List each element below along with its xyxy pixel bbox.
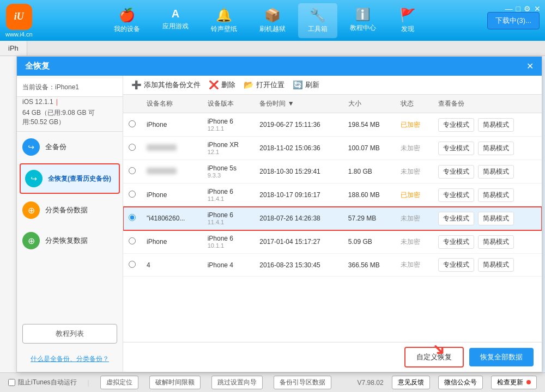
- add-backup-button[interactable]: ➕ 添加其他备份文件: [131, 80, 201, 90]
- col-status-header: 状态: [395, 95, 433, 113]
- nav-item-discover[interactable]: 🚩 发现: [389, 3, 427, 38]
- easy-mode-btn-4[interactable]: 简易模式: [478, 188, 514, 202]
- pro-mode-btn-4[interactable]: 专业模式: [438, 188, 474, 202]
- col-size-7: 366.56 MB: [343, 254, 395, 277]
- row-radio-4[interactable]: [129, 191, 136, 198]
- open-location-button[interactable]: 📂 打开位置: [244, 80, 284, 90]
- pro-mode-btn-1[interactable]: 专业模式: [438, 118, 474, 132]
- table-row[interactable]: iPhone iPhone 6 11.4.1 2018-10-17 09:16:…: [123, 183, 542, 207]
- row-radio-2[interactable]: [129, 144, 136, 151]
- sidebar-label-full-restore: 全恢复(查看历史备份): [48, 174, 111, 183]
- model-version-5: 11.4.1: [208, 219, 249, 225]
- plus-icon: ➕: [131, 80, 142, 90]
- dialog-close-button[interactable]: ✕: [526, 61, 534, 71]
- nav-item-tutorials[interactable]: ℹ️ 教程中心: [340, 3, 386, 38]
- row-radio-5[interactable]: [129, 214, 136, 221]
- help-link[interactable]: 什么是全备份、分类备份？: [17, 354, 123, 369]
- backup-guide-button[interactable]: 备份引导区数据: [274, 376, 331, 389]
- col-radio-1[interactable]: [123, 113, 141, 137]
- sidebar-item-category-backup[interactable]: ⊕ 分类备份数据: [17, 195, 123, 225]
- update-button[interactable]: 检查更新: [491, 376, 537, 389]
- col-size-1: 198.54 MB: [343, 113, 395, 137]
- table-row[interactable]: "i41806260... iPhone 6 11.4.1 2018-07-26…: [123, 207, 542, 230]
- feedback-button[interactable]: 意见反馈: [392, 376, 430, 389]
- nav-item-jailbreak[interactable]: 📦 刷机越狱: [250, 3, 295, 38]
- info-icon: ℹ️: [355, 8, 370, 22]
- model-name-5: iPhone 6: [208, 211, 249, 219]
- pro-mode-btn-3[interactable]: 专业模式: [438, 165, 474, 179]
- pro-mode-btn-2[interactable]: 专业模式: [438, 142, 474, 155]
- sidebar-item-full-restore[interactable]: ↩ 全恢复(查看历史备份): [21, 164, 119, 193]
- model-name-6: iPhone 6: [208, 235, 249, 242]
- close-icon[interactable]: ✕: [534, 4, 541, 13]
- col-radio-4[interactable]: [123, 183, 141, 207]
- device-info-bar: 当前设备：iPhone1: [17, 78, 123, 97]
- dialog-header: 全恢复 ✕: [17, 57, 542, 76]
- col-backup-time-header[interactable]: 备份时间 ▼: [254, 95, 342, 113]
- version-label: V7.98.02: [358, 379, 384, 387]
- maximize-icon[interactable]: □: [516, 4, 520, 13]
- col-backup-time-7: 2016-08-23 15:30:45: [254, 254, 342, 277]
- row-radio-7[interactable]: [129, 261, 136, 268]
- itunes-label: 阻止iTunes自动运行: [18, 378, 77, 387]
- col-radio-6[interactable]: [123, 230, 141, 254]
- dialog-title: 全恢复: [25, 61, 50, 71]
- wechat-button[interactable]: 微信公众号: [438, 376, 483, 389]
- restore-all-button[interactable]: 恢复全部数据: [469, 348, 534, 366]
- itunes-checkbox-area[interactable]: 阻止iTunes自动运行: [8, 378, 77, 387]
- nav-bar: 🍎 我的设备 A 应用游戏 🔔 铃声壁纸 📦 刷机越狱 🔧 工具箱 ℹ️ 教: [44, 3, 488, 38]
- backup-table-area: 设备名称 设备版本 备份时间 ▼ 大小 状态 查看备份 iPhone: [123, 95, 542, 342]
- itunes-checkbox[interactable]: [8, 379, 15, 386]
- nav-item-app-games[interactable]: A 应用游戏: [153, 3, 198, 38]
- col-device-name-5: "i41806260...: [141, 207, 202, 230]
- pro-mode-btn-5[interactable]: 专业模式: [438, 212, 474, 225]
- virtual-location-button[interactable]: 虚拟定位: [100, 376, 138, 389]
- table-row[interactable]: iPhone iPhone 6 10.1.1 2017-01-04 15:17:…: [123, 230, 542, 254]
- easy-mode-btn-5[interactable]: 简易模式: [478, 212, 514, 225]
- easy-mode-btn-3[interactable]: 简易模式: [478, 165, 514, 179]
- easy-mode-btn-7[interactable]: 简易模式: [478, 258, 514, 272]
- pro-mode-btn-7[interactable]: 专业模式: [438, 258, 474, 272]
- refresh-button[interactable]: 🔄 刷新: [293, 80, 319, 90]
- table-row[interactable]: iPhone iPhone 6 12.1.1 2019-06-27 15:11:…: [123, 113, 542, 137]
- row-radio-3[interactable]: [129, 167, 136, 174]
- sidebar-item-category-restore[interactable]: ⊕ 分类恢复数据: [17, 225, 123, 256]
- easy-mode-btn-1[interactable]: 简易模式: [478, 118, 514, 132]
- row-radio-1[interactable]: [129, 120, 136, 127]
- flag-icon: 🚩: [399, 8, 416, 23]
- col-actions-7: 专业模式 简易模式: [433, 254, 542, 277]
- nav-item-my-device[interactable]: 🍎 我的设备: [104, 3, 150, 38]
- table-row[interactable]: iPhone 5s 9.3.3 2018-10-30 15:29:41 1.80…: [123, 160, 542, 183]
- status-bar-right: V7.98.02 意见反馈 微信公众号 检查更新: [358, 376, 537, 389]
- col-actions-2: 专业模式 简易模式: [433, 137, 542, 160]
- easy-mode-btn-6[interactable]: 简易模式: [478, 235, 514, 249]
- logo-icon: iU: [6, 4, 32, 30]
- time-limit-button[interactable]: 破解时间限额: [149, 376, 201, 389]
- col-radio-2[interactable]: [123, 137, 141, 160]
- table-row[interactable]: iPhone XR 12.1 2018-11-02 15:06:36 100.0…: [123, 137, 542, 160]
- col-radio-3[interactable]: [123, 160, 141, 183]
- minimize-icon[interactable]: —: [505, 4, 513, 13]
- inner-sidebar: 当前设备：iPhone1 iOS 12.1.1 | 64 GB（已用:9.08 …: [17, 76, 123, 372]
- download-button[interactable]: 下载中(3)...: [487, 12, 540, 29]
- table-row[interactable]: 4 iPhone 4 2016-08-23 15:30:45 366.56 MB…: [123, 254, 542, 277]
- pro-mode-btn-6[interactable]: 专业模式: [438, 235, 474, 249]
- row-radio-6[interactable]: [129, 237, 136, 244]
- col-radio-5[interactable]: [123, 207, 141, 230]
- full-backup-icon: ↩: [22, 138, 40, 156]
- model-name-7: iPhone 4: [208, 261, 249, 269]
- col-radio-7[interactable]: [123, 254, 141, 277]
- tutorial-list-button[interactable]: 教程列表: [22, 324, 117, 344]
- delete-button[interactable]: ❌ 删除: [209, 80, 235, 90]
- skip-setup-button[interactable]: 跳过设置向导: [211, 376, 263, 389]
- tab-iph[interactable]: iPh: [0, 41, 27, 56]
- sidebar-item-full-backup[interactable]: ↩ 全备份: [17, 132, 123, 162]
- col-device-version-7: iPhone 4: [202, 254, 255, 277]
- nav-item-ringtone[interactable]: 🔔 铃声壁纸: [201, 3, 247, 38]
- col-device-name-7: 4: [141, 254, 202, 277]
- settings-icon[interactable]: ⚙: [524, 4, 531, 13]
- refresh-label: 刷新: [305, 80, 319, 90]
- bell-icon: 🔔: [216, 8, 232, 23]
- easy-mode-btn-2[interactable]: 简易模式: [478, 142, 514, 155]
- nav-item-toolbox[interactable]: 🔧 工具箱: [298, 3, 337, 38]
